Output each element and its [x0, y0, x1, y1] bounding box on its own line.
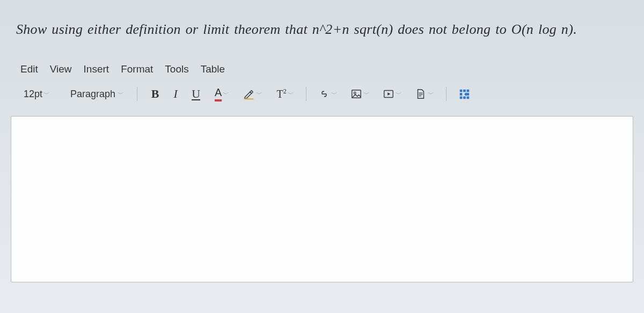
menu-table[interactable]: Table	[201, 63, 225, 75]
chevron-down-icon: ﹀	[396, 90, 402, 99]
svg-rect-8	[459, 90, 462, 92]
svg-rect-15	[463, 97, 466, 99]
text-color-button[interactable]: A ﹀	[213, 87, 231, 101]
link-icon	[318, 88, 330, 100]
font-size-selector[interactable]: 12pt ﹀	[20, 86, 53, 102]
document-button[interactable]: ﹀	[413, 88, 436, 100]
svg-rect-13	[466, 93, 469, 96]
media-button[interactable]: ﹀	[380, 88, 404, 100]
chevron-down-icon: ﹀	[331, 90, 338, 99]
highlight-color-button[interactable]: ﹀	[241, 88, 265, 100]
document-icon	[415, 88, 427, 100]
chevron-down-icon: ﹀	[118, 90, 124, 99]
italic-button[interactable]: I	[167, 86, 184, 102]
svg-point-3	[354, 92, 356, 94]
menu-view[interactable]: View	[50, 63, 72, 75]
editor-toolbar: 12pt ﹀ Paragraph ﹀ B I U A ﹀ ﹀ T2 ﹀	[11, 83, 633, 107]
editor-content-area[interactable]	[11, 116, 633, 282]
bold-icon: B	[151, 87, 159, 101]
separator	[446, 87, 447, 101]
italic-icon: I	[173, 87, 177, 101]
chevron-down-icon: ﹀	[43, 90, 50, 99]
chevron-down-icon: ﹀	[288, 90, 294, 99]
separator	[137, 87, 137, 101]
chevron-down-icon: ﹀	[256, 90, 262, 99]
superscript-button[interactable]: T2 ﹀	[274, 88, 296, 100]
underline-button[interactable]: U	[188, 86, 204, 102]
svg-rect-10	[466, 90, 469, 92]
question-prompt: Show using either definition or limit th…	[16, 21, 628, 38]
media-icon	[383, 88, 394, 100]
svg-rect-14	[459, 97, 462, 99]
svg-rect-0	[245, 98, 254, 99]
image-icon	[350, 88, 362, 100]
svg-rect-9	[463, 90, 466, 92]
apps-button[interactable]	[456, 86, 472, 102]
superscript-icon: T2	[276, 88, 286, 100]
link-button[interactable]: ﹀	[316, 88, 340, 100]
svg-rect-11	[459, 93, 462, 96]
block-format-selector[interactable]: Paragraph ﹀	[67, 86, 127, 102]
separator	[306, 87, 306, 101]
font-size-label: 12pt	[24, 89, 42, 100]
apps-icon	[458, 88, 470, 100]
chevron-down-icon: ﹀	[428, 90, 434, 99]
menu-insert[interactable]: Insert	[84, 63, 109, 75]
block-format-label: Paragraph	[70, 89, 115, 100]
text-color-icon: A	[215, 87, 222, 101]
menu-tools[interactable]: Tools	[165, 63, 188, 75]
image-button[interactable]: ﹀	[348, 88, 372, 100]
bold-button[interactable]: B	[147, 86, 163, 102]
menu-format[interactable]: Format	[121, 63, 153, 75]
editor-menubar: Edit View Insert Format Tools Table	[11, 59, 633, 83]
underline-icon: U	[192, 87, 200, 101]
chevron-down-icon: ﹀	[363, 90, 370, 99]
chevron-down-icon: ﹀	[223, 90, 229, 99]
menu-edit[interactable]: Edit	[20, 63, 38, 75]
svg-rect-16	[466, 97, 469, 99]
highlighter-icon	[243, 88, 255, 100]
